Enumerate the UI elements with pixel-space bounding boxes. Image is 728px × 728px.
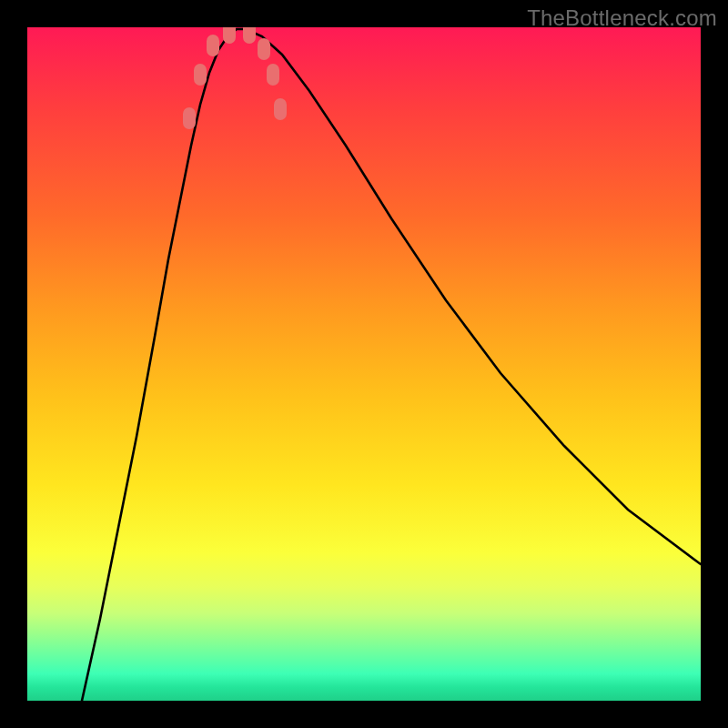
plot-area	[27, 27, 701, 701]
marker-dot	[223, 27, 236, 44]
bottleneck-curve	[82, 29, 701, 701]
curve-svg	[27, 27, 701, 701]
marker-dot	[207, 35, 219, 56]
marker-dot	[194, 64, 207, 86]
marker-dot	[183, 107, 196, 129]
marker-dot	[243, 27, 256, 44]
marker-dot	[267, 64, 279, 86]
marker-dot	[274, 98, 287, 120]
chart-frame: TheBottleneck.com	[0, 0, 728, 728]
watermark-text: TheBottleneck.com	[527, 5, 717, 31]
marker-dot	[258, 38, 270, 60]
